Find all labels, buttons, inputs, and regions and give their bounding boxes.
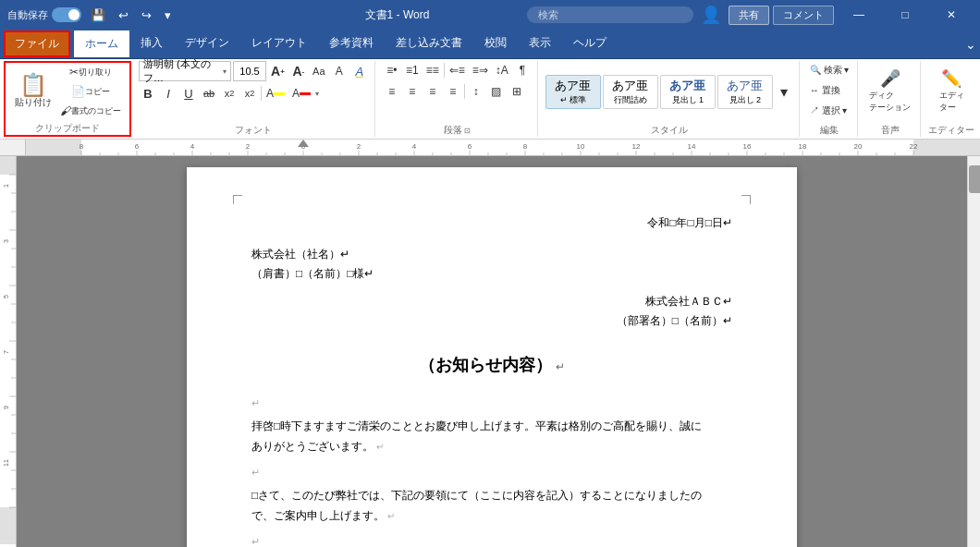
ruler-svg: 8 6 4 2 0 2 4 6 8 10 12 14 16 18 20 22	[26, 140, 980, 156]
para1-end-mark: ↵	[374, 442, 384, 452]
scrollbar-thumb[interactable]	[969, 165, 980, 193]
shrink-font-button[interactable]: A-	[289, 62, 308, 80]
svg-text:18: 18	[799, 142, 807, 151]
tab-layout[interactable]: レイアウト	[240, 30, 318, 58]
svg-text:14: 14	[688, 142, 696, 151]
tab-insert[interactable]: 挿入	[129, 30, 174, 58]
multilevel-button[interactable]: ≡≡	[423, 61, 442, 79]
editor-label-bottom: エディター	[928, 124, 974, 137]
svg-text:1: 1	[3, 184, 9, 188]
tab-references[interactable]: 参考資料	[318, 30, 385, 58]
svg-rect-66	[0, 156, 17, 544]
font-size-selector[interactable]: 10.5	[233, 61, 266, 81]
paragraph-content: ≡• ≡1 ≡≡ ⇐≡ ≡⇒ ↕A ¶ ≡ ≡ ≡ ≡ ↕ ▨ ⊞	[383, 61, 532, 122]
font-name-selector[interactable]: 游明朝 (本文のフ… ▾	[139, 61, 231, 81]
tab-home[interactable]: ホーム	[74, 30, 129, 57]
replace-button[interactable]: ↔ 置換	[807, 81, 843, 100]
style-heading1[interactable]: あア亜 見出し 1	[660, 75, 716, 109]
maximize-button[interactable]: □	[884, 0, 926, 30]
menu-icon[interactable]: ▾	[161, 6, 175, 24]
title-bar-right: 👤 共有 コメント — □ ✕	[527, 0, 973, 30]
text-effects-button[interactable]: A	[350, 62, 369, 80]
increase-indent-button[interactable]: ≡⇒	[470, 61, 491, 79]
dictation-icon: 🎤	[880, 69, 900, 90]
ribbon-tabs: ファイル ホーム 挿入 デザイン レイアウト 参考資料 差し込み文書 校閲 表示…	[0, 30, 980, 59]
font-color-arrow[interactable]: ▾	[315, 90, 319, 98]
italic-button[interactable]: I	[159, 84, 178, 103]
cut-button[interactable]: ✂ 切り取り	[57, 63, 124, 81]
clipboard-label: クリップボード	[35, 122, 100, 135]
editing-content: 🔍 検索 ▾ ↔ 置換 ↗ 選択 ▾	[807, 61, 852, 122]
numbering-button[interactable]: ≡1	[403, 61, 422, 79]
case-button[interactable]: Aa	[310, 62, 328, 80]
font-content: 游明朝 (本文のフ… ▾ 10.5 A+ A- Aa A A B I U ab …	[139, 61, 369, 122]
borders-button[interactable]: ⊞	[508, 82, 526, 101]
ribbon-collapse-icon[interactable]: ⌄	[965, 37, 976, 52]
align-center-button[interactable]: ≡	[403, 82, 422, 101]
document-page[interactable]: 令和□年□月□日↵ 株式会社（社名）↵ （肩書）□（名前）□様↵ 株式会社ＡＢＣ…	[187, 167, 797, 547]
style-normal[interactable]: あア亜 ↵ 標準	[545, 75, 601, 109]
subscript-button[interactable]: x2	[220, 84, 239, 103]
underline-button[interactable]: U	[179, 84, 198, 103]
line-spacing-button[interactable]: ↕	[467, 82, 485, 101]
align-right-button[interactable]: ≡	[423, 82, 442, 101]
editor-button[interactable]: ✏️ エディター	[936, 67, 968, 116]
tab-review[interactable]: 校閲	[473, 30, 518, 58]
close-button[interactable]: ✕	[930, 0, 973, 30]
show-marks-button[interactable]: ¶	[513, 61, 532, 79]
shading-button[interactable]: ▨	[487, 82, 506, 101]
date-line: 令和□年□月□日↵	[251, 213, 732, 234]
copy-button[interactable]: 📄 コピー	[57, 82, 124, 101]
tab-view[interactable]: 表示	[518, 30, 562, 58]
strikethrough-button[interactable]: ab	[200, 84, 218, 103]
redo-icon[interactable]: ↪	[138, 6, 155, 24]
styles-content: あア亜 ↵ 標準 あア亜 行間詰め あア亜 見出し 1 あア亜 見出し 2 ▾	[545, 61, 793, 122]
svg-text:7: 7	[3, 350, 9, 354]
para-group-expand[interactable]: ⊡	[464, 127, 471, 135]
sort-button[interactable]: ↕A	[493, 61, 511, 79]
search-input[interactable]	[527, 6, 693, 23]
align-left-button[interactable]: ≡	[383, 82, 401, 101]
style-normal-preview: あア亜	[555, 78, 591, 94]
highlight-button[interactable]: A	[263, 84, 288, 103]
para-row-1: ≡• ≡1 ≡≡ ⇐≡ ≡⇒ ↕A ¶	[383, 61, 532, 79]
share-button[interactable]: 共有	[729, 6, 769, 25]
grow-font-button[interactable]: A+	[268, 62, 288, 80]
scrollbar-track[interactable]	[967, 156, 980, 547]
style-compact[interactable]: あア亜 行間詰め	[603, 75, 658, 109]
document-title-text: （お知らせ内容） ↵	[251, 350, 732, 380]
bullets-button[interactable]: ≡•	[383, 61, 401, 79]
document-title: 文書1 - Word	[267, 7, 527, 23]
editor-icon: ✏️	[941, 69, 962, 90]
clipboard-group: 📋 貼り付け ✂ 切り取り 📄 コピー 🖌 書式のコピー クリップボード	[4, 61, 131, 137]
comment-button[interactable]: コメント	[773, 6, 834, 25]
undo-icon[interactable]: ↩	[115, 6, 132, 24]
tab-help[interactable]: ヘルプ	[562, 30, 618, 58]
svg-text:10: 10	[577, 142, 585, 151]
superscript-button[interactable]: x2	[240, 84, 259, 103]
minimize-button[interactable]: —	[838, 0, 880, 30]
find-button[interactable]: 🔍 検索 ▾	[807, 61, 852, 79]
font-color-button[interactable]: A	[289, 84, 313, 103]
dictation-button[interactable]: 🎤 ディクテーション	[865, 67, 914, 116]
clear-format-button[interactable]: A	[330, 62, 349, 80]
save-icon[interactable]: 💾	[87, 6, 109, 24]
body-para-2-text: □さて、このたび弊社では、下記の要領にて（ここに内容を記入）することになりました…	[251, 489, 702, 522]
tab-mailings[interactable]: 差し込み文書	[385, 30, 473, 58]
autosave-toggle[interactable]	[52, 7, 81, 22]
document-content-area[interactable]: 令和□年□月□日↵ 株式会社（社名）↵ （肩書）□（名前）□様↵ 株式会社ＡＢＣ…	[17, 156, 967, 547]
tab-design[interactable]: デザイン	[174, 30, 240, 58]
style-heading2[interactable]: あア亜 見出し 2	[717, 75, 773, 109]
justify-button[interactable]: ≡	[444, 82, 462, 101]
format-painter-button[interactable]: 🖌 書式のコピー	[57, 102, 124, 120]
tab-file[interactable]: ファイル	[4, 30, 70, 57]
styles-more-button[interactable]: ▾	[775, 82, 793, 101]
body-para-1-text: 拝啓□時下ますますご清栄のこととお慶び申し上げます。平素は格別のご高配を賜り、誠…	[251, 419, 702, 453]
svg-text:11: 11	[3, 459, 9, 467]
account-icon[interactable]: 👤	[697, 5, 725, 25]
paste-button[interactable]: 📋 貼り付け	[11, 72, 55, 111]
svg-rect-0	[26, 140, 980, 156]
select-button[interactable]: ↗ 選択 ▾	[807, 102, 851, 120]
decrease-indent-button[interactable]: ⇐≡	[447, 61, 468, 79]
bold-button[interactable]: B	[139, 84, 157, 103]
